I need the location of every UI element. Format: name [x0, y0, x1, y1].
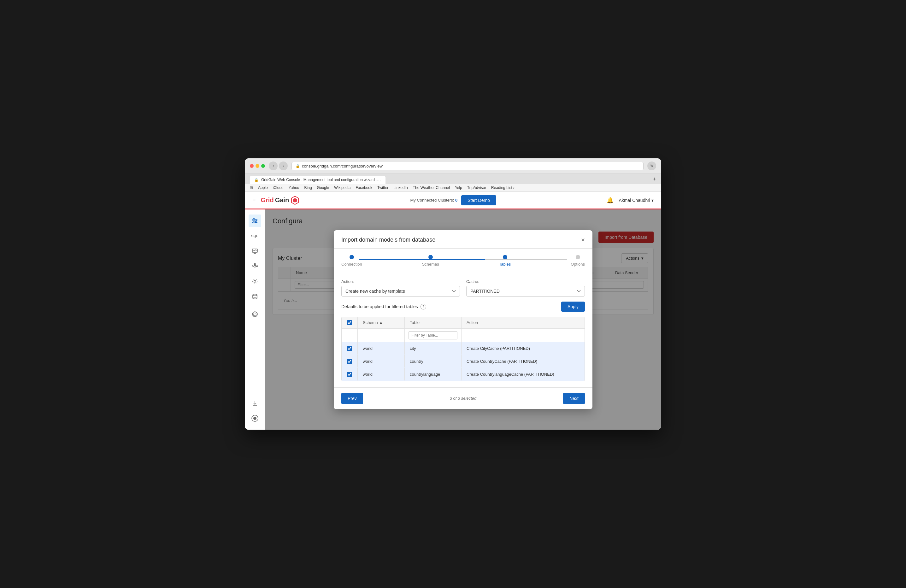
- sidebar-item-configuration[interactable]: [249, 215, 261, 227]
- table-row-country: world country Create CountryCache (PARTI…: [341, 355, 585, 368]
- modal-body: Action: Create new cache by template Upd…: [334, 273, 592, 387]
- sidebar-item-download[interactable]: [249, 397, 261, 410]
- sidebar-item-cluster[interactable]: [249, 260, 261, 272]
- row-city-table: city: [405, 342, 461, 355]
- bookmark-tripadvisor[interactable]: TripAdvisor: [467, 185, 486, 190]
- sidebar-item-settings[interactable]: [249, 275, 261, 288]
- svg-point-7: [253, 222, 255, 223]
- row-city-schema: world: [357, 342, 405, 355]
- step-dot-connection: [349, 255, 354, 259]
- sidebar-item-logo-bottom[interactable]: [249, 412, 261, 425]
- new-tab-button[interactable]: +: [653, 176, 656, 184]
- minimize-dot[interactable]: [255, 164, 259, 168]
- modal-table-header: Schema ▲ Table Action: [341, 317, 585, 329]
- step-dot-schemas: [428, 255, 433, 259]
- svg-point-19: [253, 294, 257, 296]
- cluster-icon: [252, 263, 258, 269]
- step-options: Options: [571, 255, 585, 266]
- help-icon[interactable]: ?: [421, 304, 426, 309]
- row-countrylanguage-checkbox[interactable]: [347, 372, 352, 377]
- database-icon: [252, 293, 258, 300]
- step-connection: Connection: [341, 255, 362, 266]
- sidebar-item-support[interactable]: [249, 308, 261, 320]
- row-city-checkbox-cell: [341, 342, 357, 355]
- bookmark-weather[interactable]: The Weather Channel: [413, 185, 450, 190]
- address-bar[interactable]: 🔒 console.gridgain.com/configuration/ove…: [292, 162, 644, 171]
- mth-schema: Schema ▲: [357, 317, 405, 328]
- step-label-connection: Connection: [341, 262, 362, 266]
- logo-text: Grid: [261, 196, 274, 204]
- cache-select[interactable]: PARTITIONED REPLICATED: [466, 286, 585, 296]
- prev-button[interactable]: Prev: [341, 393, 363, 404]
- select-all-checkbox[interactable]: [347, 320, 352, 325]
- bookmark-bing[interactable]: Bing: [305, 185, 312, 190]
- table-col-label: Table: [410, 320, 456, 325]
- next-button[interactable]: Next: [563, 393, 585, 404]
- app-header: ≡ GridGain My Connected Clusters: 0 Star…: [245, 192, 661, 209]
- sidebar-item-monitor[interactable]: [249, 245, 261, 257]
- logo-text2: Gain: [275, 196, 289, 204]
- action-select[interactable]: Create new cache by template Update exis…: [341, 286, 460, 296]
- browser-nav: ‹ ›: [269, 161, 288, 171]
- support-icon: [252, 311, 258, 317]
- step-label-options: Options: [571, 262, 585, 266]
- svg-point-5: [253, 218, 255, 220]
- user-menu[interactable]: Akmal Chaudhri ▾: [619, 198, 654, 203]
- tfc-checkbox: [341, 329, 357, 342]
- tfc-table: [405, 329, 461, 342]
- tfc-action: [461, 329, 585, 342]
- sidebar-item-sql[interactable]: SQL: [249, 229, 261, 242]
- apply-button[interactable]: Apply: [561, 301, 585, 312]
- step-label-schemas: Schemas: [422, 262, 439, 266]
- filter-by-table-input[interactable]: [408, 331, 458, 339]
- tab-item[interactable]: 🔒 GridGain Web Console - Management tool…: [250, 176, 386, 184]
- sidebar-bottom: [249, 397, 261, 425]
- close-dot[interactable]: [250, 164, 254, 168]
- mth-checkbox: [341, 317, 357, 328]
- bookmark-wikipedia[interactable]: Wikipedia: [334, 185, 351, 190]
- connected-clusters-label: My Connected Clusters: 0: [410, 198, 458, 202]
- user-dropdown-icon: ▾: [651, 198, 654, 203]
- settings-icon: [252, 278, 258, 285]
- maximize-dot[interactable]: [261, 164, 265, 168]
- bookmark-yahoo[interactable]: Yahoo: [289, 185, 299, 190]
- svg-point-13: [257, 266, 258, 267]
- hamburger-icon[interactable]: ≡: [252, 197, 256, 204]
- reload-button[interactable]: ↻: [647, 161, 656, 171]
- form-row-action-cache: Action: Create new cache by template Upd…: [341, 279, 585, 296]
- table-filter-header: [341, 329, 585, 342]
- modal: Import domain models from database × Con…: [334, 230, 592, 409]
- row-city-checkbox[interactable]: [347, 346, 352, 351]
- start-demo-button[interactable]: Start Demo: [461, 195, 496, 206]
- table-row-city: world city Create CityCache (PARTITIONED…: [341, 342, 585, 355]
- bookmark-facebook[interactable]: Facebook: [356, 185, 372, 190]
- forward-button[interactable]: ›: [279, 161, 288, 171]
- bookmark-apple[interactable]: Apple: [258, 185, 268, 190]
- cache-label: Cache:: [466, 279, 585, 284]
- bookmark-linkedin[interactable]: LinkedIn: [393, 185, 408, 190]
- bell-icon[interactable]: 🔔: [607, 197, 614, 204]
- back-button[interactable]: ‹: [269, 161, 278, 171]
- row-country-checkbox[interactable]: [347, 359, 352, 364]
- bookmarks-bar: ⊞ Apple iCloud Yahoo Bing Google Wikiped…: [245, 184, 661, 192]
- sidebar: SQL: [245, 209, 265, 430]
- bookmark-twitter[interactable]: Twitter: [377, 185, 388, 190]
- row-countrylanguage-schema: world: [357, 368, 405, 381]
- bookmark-yelp[interactable]: Yelp: [455, 185, 462, 190]
- svg-marker-1: [293, 198, 297, 202]
- window-controls: [250, 164, 265, 168]
- action-label: Action:: [341, 279, 460, 284]
- svg-point-18: [254, 280, 256, 282]
- bookmark-google[interactable]: Google: [317, 185, 329, 190]
- row-country-schema: world: [357, 355, 405, 368]
- sidebar-item-database[interactable]: [249, 290, 261, 303]
- bookmark-reading[interactable]: Reading List ›: [491, 185, 515, 190]
- step-dot-tables: [503, 255, 507, 259]
- form-group-cache: Cache: PARTITIONED REPLICATED: [466, 279, 585, 296]
- modal-close-button[interactable]: ×: [581, 237, 585, 243]
- mth-action: Action: [461, 317, 585, 328]
- lock-icon: 🔒: [295, 164, 300, 168]
- bookmarks-icon: ⊞: [250, 185, 253, 190]
- monitor-icon: [252, 248, 258, 254]
- bookmark-icloud[interactable]: iCloud: [273, 185, 284, 190]
